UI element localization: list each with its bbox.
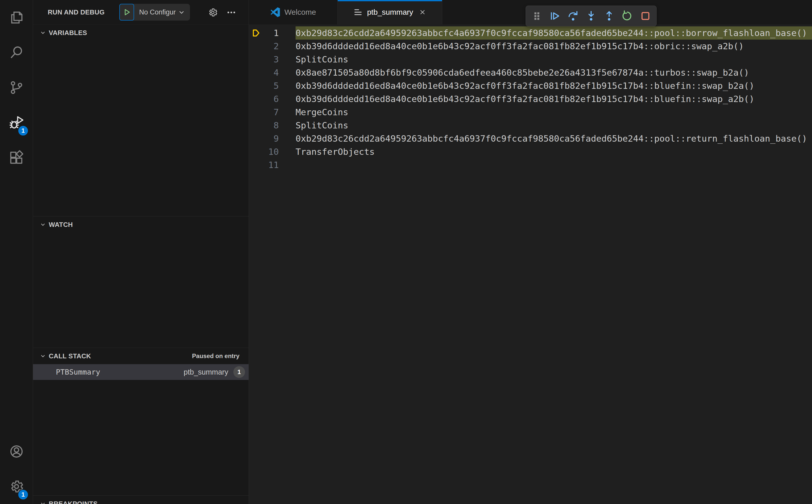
search-icon <box>9 45 24 60</box>
editor-line[interactable]: 4 0x8ae871505a80d8bf6bf9c05906cda6edfeea… <box>249 66 812 79</box>
debug-configuration-dropdown[interactable]: No Configur <box>134 4 190 21</box>
code-text[interactable]: 0x8ae871505a80d8bf6bf9c05906cda6edfeea46… <box>279 68 749 78</box>
play-icon <box>122 8 131 17</box>
current-statement-arrow-icon <box>249 26 264 40</box>
tab-ptb-summary[interactable]: ptb_summary <box>338 0 442 24</box>
editor-line[interactable]: 10 TransferObjects <box>249 145 812 158</box>
line-number[interactable]: 8 <box>264 120 279 130</box>
step-out-icon <box>603 10 615 22</box>
code-text[interactable]: 0xb39d6dddedd16ed8a40ce0b1e6b43c92acf0ff… <box>279 94 754 104</box>
step-over-icon <box>567 10 579 22</box>
step-into-icon <box>585 10 597 22</box>
continue-icon <box>549 10 561 22</box>
stop-button[interactable] <box>639 10 652 22</box>
tab-label: Welcome <box>284 8 316 16</box>
open-launch-json-button[interactable] <box>207 7 219 18</box>
debug-configuration-label: No Configur <box>139 8 176 16</box>
vscode-window: 1 <box>0 0 812 504</box>
code-text[interactable]: 0xb29d83c26cdd2a64959263abbcfc4a6937f0c9… <box>279 28 807 38</box>
account-icon <box>9 444 24 459</box>
line-number[interactable]: 9 <box>264 133 279 144</box>
line-number[interactable]: 10 <box>264 147 279 157</box>
views-and-more-actions-button[interactable] <box>225 7 237 18</box>
restart-button[interactable] <box>621 10 634 22</box>
code-text[interactable]: TransferObjects <box>279 147 375 157</box>
step-over-button[interactable] <box>567 10 580 22</box>
call-stack-section-label: CALL STACK <box>49 352 91 360</box>
sidebar-item-extensions[interactable] <box>0 140 33 175</box>
editor-line[interactable]: 3 SplitCoins <box>249 53 812 66</box>
tab-welcome[interactable]: Welcome <box>249 0 338 24</box>
chevron-down-icon <box>178 8 185 16</box>
close-tab-button[interactable] <box>418 8 427 16</box>
settings-button[interactable]: 1 <box>0 469 33 504</box>
editor-line[interactable]: 1 0xb29d83c26cdd2a64959263abbcfc4a6937f0… <box>249 26 812 40</box>
debug-toolbar <box>526 6 657 26</box>
stack-frame-line-badge: 1 <box>233 366 245 378</box>
line-number[interactable]: 7 <box>264 107 279 117</box>
sidebar-title-bar: RUN AND DEBUG No Configur <box>33 0 248 24</box>
launch-control: No Configur <box>119 4 190 21</box>
stack-frame-meta: ptb_summary 1 <box>184 366 245 378</box>
editor-line[interactable]: 5 0xb39d6dddedd16ed8a40ce0b1e6b43c92acf0… <box>249 79 812 92</box>
start-debugging-button[interactable] <box>119 4 134 21</box>
watch-section-header[interactable]: WATCH <box>33 216 248 233</box>
step-out-button[interactable] <box>603 10 616 22</box>
line-number[interactable]: 2 <box>264 41 279 51</box>
line-number[interactable]: 5 <box>264 81 279 91</box>
sidebar-item-search[interactable] <box>0 35 33 70</box>
debug-sessions-badge: 1 <box>18 125 28 136</box>
variables-section-header[interactable]: VARIABLES <box>33 25 248 41</box>
editor-line[interactable]: 2 0xb39d6dddedd16ed8a40ce0b1e6b43c92acf0… <box>249 40 812 53</box>
code-text[interactable]: 0xb39d6dddedd16ed8a40ce0b1e6b43c92acf0ff… <box>279 81 754 91</box>
line-number[interactable]: 4 <box>264 68 279 78</box>
code-text[interactable]: MergeCoins <box>279 107 348 117</box>
toolbar-drag-handle[interactable] <box>531 10 543 22</box>
call-stack-section: CALL STACK Paused on entry PTBSummary pt… <box>33 348 248 495</box>
sidebar-item-explorer[interactable] <box>0 0 33 35</box>
code-text[interactable]: SplitCoins <box>279 120 348 130</box>
code-editor[interactable]: 1 0xb29d83c26cdd2a64959263abbcfc4a6937f0… <box>249 24 812 504</box>
tab-label: ptb_summary <box>367 8 414 16</box>
files-icon <box>9 10 24 25</box>
stack-frame-name: PTBSummary <box>56 368 100 376</box>
line-number[interactable]: 3 <box>264 54 279 64</box>
list-icon <box>353 7 363 17</box>
breakpoints-section: BREAKPOINTS <box>33 495 248 504</box>
editor-group: Welcome ptb_summary <box>249 0 812 504</box>
variables-section-label: VARIABLES <box>49 29 87 37</box>
vscode-logo-icon <box>270 7 280 17</box>
extensions-icon <box>9 150 24 165</box>
line-number[interactable]: 1 <box>264 28 279 38</box>
settings-badge: 1 <box>18 489 28 500</box>
code-text[interactable]: SplitCoins <box>279 54 348 64</box>
activity-bar: 1 <box>0 0 33 504</box>
debug-state-label: Paused on entry <box>192 352 239 360</box>
line-number[interactable]: 6 <box>264 94 279 104</box>
accounts-button[interactable] <box>0 434 33 469</box>
chevron-down-icon <box>40 221 46 228</box>
editor-line[interactable]: 9 0xb29d83c26cdd2a64959263abbcfc4a6937f0… <box>249 132 812 145</box>
continue-button[interactable] <box>549 10 561 22</box>
breakpoints-section-header[interactable]: BREAKPOINTS <box>33 496 248 504</box>
call-stack-section-header[interactable]: CALL STACK Paused on entry <box>33 348 248 364</box>
chevron-down-icon <box>40 353 46 359</box>
breakpoints-section-label: BREAKPOINTS <box>49 500 98 504</box>
variables-section: VARIABLES <box>33 24 248 216</box>
editor-line[interactable]: 6 0xb39d6dddedd16ed8a40ce0b1e6b43c92acf0… <box>249 92 812 106</box>
sidebar-item-run-and-debug[interactable]: 1 <box>0 105 33 140</box>
watch-section: WATCH <box>33 216 248 348</box>
code-text[interactable]: 0xb39d6dddedd16ed8a40ce0b1e6b43c92acf0ff… <box>279 41 744 51</box>
stop-icon <box>640 10 651 22</box>
activity-bar-bottom: 1 <box>0 434 33 504</box>
code-text[interactable]: 0xb29d83c26cdd2a64959263abbcfc4a6937f0c9… <box>279 133 807 144</box>
step-into-button[interactable] <box>585 10 598 22</box>
editor-line[interactable]: 7 MergeCoins <box>249 106 812 119</box>
watch-section-label: WATCH <box>49 221 73 229</box>
editor-line[interactable]: 8 SplitCoins <box>249 119 812 132</box>
editor-line[interactable]: 11 <box>249 158 812 172</box>
stack-frame-row[interactable]: PTBSummary ptb_summary 1 <box>33 364 248 380</box>
line-number[interactable]: 11 <box>264 160 279 170</box>
sidebar-item-source-control[interactable] <box>0 70 33 105</box>
stack-frame-source: ptb_summary <box>184 368 228 376</box>
